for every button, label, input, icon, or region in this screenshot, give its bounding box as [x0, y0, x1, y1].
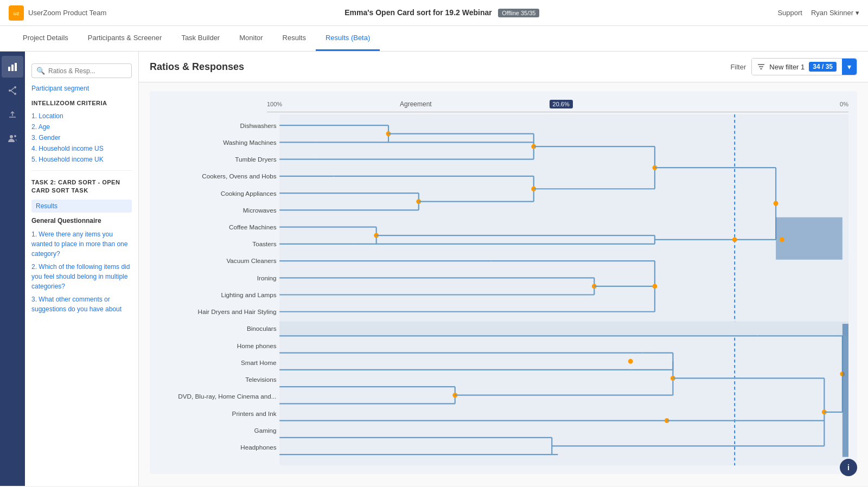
axis-line	[267, 112, 848, 112]
svg-rect-15	[279, 114, 848, 465]
study-title: Emma's Open Card sort for 19.2 Webinar	[344, 8, 492, 17]
support-link[interactable]: Support	[777, 9, 802, 17]
svg-text:Hair Dryers and Hair Styling: Hair Dryers and Hair Styling	[198, 308, 277, 315]
svg-text:DVD, Blu-ray, Home Cinema and.: DVD, Blu-ray, Home Cinema and...	[178, 393, 276, 400]
svg-point-90	[628, 359, 633, 364]
main-layout: 🔍 Participant segment INTELLIZOOM CRITER…	[0, 52, 868, 486]
tab-project-details[interactable]: Project Details	[13, 26, 78, 51]
svg-text:Home phones: Home phones	[237, 342, 277, 349]
svg-text:UZ: UZ	[14, 11, 20, 16]
svg-text:Tumble Dryers: Tumble Dryers	[235, 156, 276, 163]
criteria-household-us[interactable]: 4. Household income US	[31, 143, 132, 154]
svg-point-113	[780, 238, 784, 242]
svg-point-6	[14, 93, 16, 95]
svg-rect-112	[776, 217, 843, 260]
svg-text:Washing Machines: Washing Machines	[223, 139, 277, 146]
chart-wrapper: Dishwashers Washing Machines Tumble Drye…	[158, 114, 848, 465]
dendrogram-svg: Dishwashers Washing Machines Tumble Drye…	[158, 114, 848, 465]
svg-text:Microwaves: Microwaves	[243, 207, 277, 214]
rail-icon-users[interactable]	[2, 127, 23, 149]
svg-text:Gaming: Gaming	[254, 427, 277, 434]
filter-bar: Filter New filter 1 34 / 35 ▾	[730, 58, 857, 75]
svg-rect-111	[843, 324, 848, 457]
svg-text:Cooking Appliances: Cooking Appliances	[221, 190, 277, 197]
content-area: Ratios & Responses Filter New filter 1 3…	[139, 52, 868, 486]
filter-label: Filter	[730, 63, 746, 71]
svg-line-9	[11, 91, 14, 93]
svg-rect-3	[11, 65, 14, 71]
tab-task-builder[interactable]: Task Builder	[171, 26, 229, 51]
tab-results[interactable]: Results	[273, 26, 316, 51]
axis-marker-badge: 20.6%	[550, 100, 573, 108]
criteria-age[interactable]: 2. Age	[31, 121, 132, 132]
criteria-gender[interactable]: 3. Gender	[31, 132, 132, 143]
task-section-header: TASK 2: CARD SORT - OPEN CARD SORT TASK	[31, 178, 132, 195]
results-link[interactable]: Results	[31, 200, 132, 213]
gq-item-1[interactable]: 1. Were there any items you wanted to pl…	[31, 228, 132, 260]
participant-segment-link[interactable]: Participant segment	[31, 85, 132, 92]
top-bar-right: Support Ryan Skinner ▾	[777, 9, 859, 17]
rail-icon-share[interactable]	[2, 80, 23, 101]
svg-text:Vacuum Cleaners: Vacuum Cleaners	[226, 257, 276, 264]
svg-point-11	[14, 135, 16, 137]
svg-point-10	[10, 135, 13, 138]
chart-container[interactable]: 100% Agreement 20.6% 0%	[139, 82, 868, 486]
axis-left-label: 100%	[267, 101, 282, 107]
gq-header: General Questionnaire	[31, 217, 132, 225]
user-name-label: Ryan Skinner	[811, 9, 853, 17]
tab-monitor[interactable]: Monitor	[229, 26, 272, 51]
svg-text:Ironing: Ironing	[257, 274, 277, 281]
svg-text:Smart Home: Smart Home	[241, 359, 277, 366]
chart-inner: 100% Agreement 20.6% 0%	[150, 91, 857, 474]
sidebar: 🔍 Participant segment INTELLIZOOM CRITER…	[25, 52, 139, 486]
svg-rect-4	[15, 63, 17, 71]
criteria-household-uk[interactable]: 5. Household income UK	[31, 154, 132, 165]
svg-point-7	[9, 89, 11, 92]
info-button[interactable]: i	[840, 459, 857, 476]
svg-text:Headphones: Headphones	[240, 444, 277, 451]
filter-count-badge: 34 / 35	[809, 62, 837, 72]
gq-item-3[interactable]: 3. What other comments or suggestions do…	[31, 293, 132, 316]
page-title: Ratios & Responses	[150, 61, 244, 73]
logo-area: UZ UserZoom Product Team	[9, 5, 106, 21]
svg-text:Coffee Machines: Coffee Machines	[229, 223, 277, 230]
svg-point-70	[774, 201, 778, 206]
filter-dropdown-button[interactable]: ▾	[842, 59, 857, 75]
svg-text:Televisions: Televisions	[245, 376, 276, 383]
tab-results-beta[interactable]: Results (Beta)	[316, 26, 380, 51]
search-icon: 🔍	[36, 67, 45, 75]
svg-text:Lighting and Lamps: Lighting and Lamps	[221, 291, 276, 298]
chart-axis-header: 100% Agreement 20.6% 0%	[158, 100, 848, 108]
svg-rect-2	[8, 67, 10, 71]
search-input[interactable]	[48, 67, 127, 75]
axis-right-label: 0%	[840, 101, 848, 107]
filter-icon	[757, 63, 765, 71]
gq-item-2[interactable]: 2. Which of the following items did you …	[31, 260, 132, 293]
dendro-container: Dishwashers Washing Machines Tumble Drye…	[158, 114, 848, 465]
status-badge: Offline 35/35	[498, 9, 539, 17]
svg-text:Binoculars: Binoculars	[247, 325, 277, 332]
svg-point-81	[652, 284, 657, 289]
filter-select-button[interactable]: New filter 1 34 / 35	[752, 59, 842, 75]
study-info: Emma's Open Card sort for 19.2 Webinar O…	[115, 8, 769, 17]
rail-icon-chart[interactable]	[2, 56, 23, 78]
axis-agreement-label: Agreement	[282, 100, 549, 108]
search-box[interactable]: 🔍	[31, 63, 132, 78]
svg-point-5	[14, 86, 16, 88]
rail-icon-upload[interactable]	[2, 104, 23, 125]
userzoom-logo: UZ	[9, 5, 24, 21]
icon-rail	[0, 52, 25, 486]
top-bar: UZ UserZoom Product Team Emma's Open Car…	[0, 0, 868, 26]
svg-text:Toasters: Toasters	[252, 240, 276, 247]
user-chevron-icon: ▾	[856, 9, 859, 17]
user-menu[interactable]: Ryan Skinner ▾	[811, 9, 859, 17]
org-name: UserZoom Product Team	[28, 9, 106, 17]
svg-text:Cookers, Ovens and Hobs: Cookers, Ovens and Hobs	[202, 172, 276, 180]
content-header: Ratios & Responses Filter New filter 1 3…	[139, 52, 868, 82]
divider	[31, 170, 132, 171]
svg-line-8	[11, 88, 14, 91]
svg-text:Dishwashers: Dishwashers	[240, 122, 277, 129]
tab-participants-screener[interactable]: Participants & Screener	[78, 26, 172, 51]
filter-name: New filter 1	[769, 63, 805, 71]
criteria-location[interactable]: 1. Location	[31, 111, 132, 121]
